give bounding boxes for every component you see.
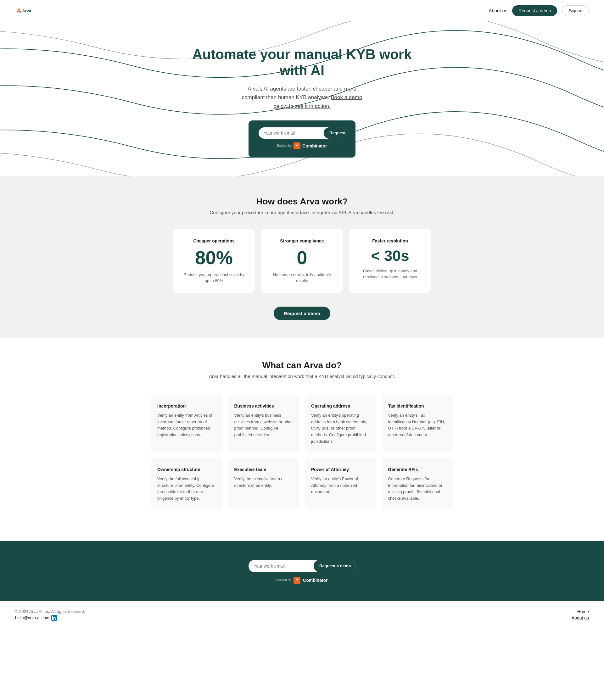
stat-label-cheaper: Cheaper operations xyxy=(182,239,246,243)
nav-right: About us Request a demo Sign in xyxy=(488,5,589,16)
feature-title-poa: Power of Attorney xyxy=(311,467,370,472)
feature-poa: Power of Attorney Verify an entity's Pow… xyxy=(305,458,376,509)
arva-logo-svg: Arva xyxy=(15,6,34,16)
navbar: Arva About us Request a demo Sign in xyxy=(0,0,604,21)
bottom-demo-button[interactable]: Request a demo xyxy=(314,560,356,572)
bottom-yc-name: Combinator xyxy=(303,578,328,583)
stat-num-faster: < 30s xyxy=(358,248,422,264)
feature-business: Business activities Verify an entity's b… xyxy=(228,395,299,452)
stat-desc-cheaper: Reduce your operational costs by up to 8… xyxy=(182,272,246,284)
yc-badge: Backed by Y Combinator xyxy=(259,143,345,149)
feature-title-incorporation: Incorporation xyxy=(157,403,216,408)
hero-email-input[interactable] xyxy=(259,127,324,139)
footer-email[interactable]: hello@arva-ai.com xyxy=(15,616,49,620)
feature-address: Operating address Verify an entity's ope… xyxy=(305,395,376,452)
stat-card-faster: Faster resolution < 30s Cases picked up … xyxy=(349,229,431,293)
yc-logo: Y xyxy=(293,143,300,149)
hero-demo-button[interactable]: Request a demo xyxy=(324,127,345,139)
feature-title-rfi: Generate RFIs xyxy=(388,467,447,472)
feature-title-ownership: Ownership structure xyxy=(157,467,216,472)
feature-desc-address: Verify an entity's operating address fro… xyxy=(311,412,370,445)
what-subtitle: Arva handles all the manual intervention… xyxy=(7,374,597,379)
stats-cards-row: Cheaper operations 80% Reduce your opera… xyxy=(161,229,443,293)
feature-title-tax: Tax Identification xyxy=(388,403,447,408)
stat-num-compliance: 0 xyxy=(270,248,334,267)
footer-copyright: © 2024 Arva AI Inc. All rights reserved. xyxy=(15,609,85,614)
feature-rfi: Generate RFIs Generate Requests for Info… xyxy=(382,458,453,509)
feature-title-business: Business activities xyxy=(234,403,293,408)
feature-desc-tax: Verify an entity's Tax Identification Nu… xyxy=(388,412,447,439)
feature-desc-poa: Verify an entity's Power of Attorney fro… xyxy=(311,476,370,495)
feature-executive: Executive team Verify the executive team… xyxy=(228,458,299,509)
linkedin-svg xyxy=(52,616,56,620)
footer-left: © 2024 Arva AI Inc. All rights reserved.… xyxy=(15,609,85,621)
svg-text:Arva: Arva xyxy=(22,8,31,13)
stat-desc-compliance: No human errors, fully auditable results xyxy=(270,272,334,284)
footer-home-link[interactable]: Home xyxy=(577,609,589,614)
how-section: How does Arva work? Configure your proce… xyxy=(0,176,604,338)
footer-about-link[interactable]: About us xyxy=(572,616,589,621)
feature-desc-executive: Verify the executive team / directors of… xyxy=(234,476,293,489)
stat-card-cheaper: Cheaper operations 80% Reduce your opera… xyxy=(173,229,255,293)
feature-desc-ownership: Verify the full ownership structure of a… xyxy=(157,476,216,502)
what-heading: What can Arva do? xyxy=(7,360,597,371)
hero-form-row: Request a demo xyxy=(259,127,345,139)
footer-right: Home About us xyxy=(572,609,589,621)
bottom-yc-badge: Backed by Y Combinator xyxy=(7,577,597,584)
nav-demo-button[interactable]: Request a demo xyxy=(512,5,557,16)
hero-section: Automate your manual KYB work with AI Ar… xyxy=(0,21,604,176)
nav-signin-button[interactable]: Sign in xyxy=(562,5,589,16)
bottom-yc-backed-label: Backed by xyxy=(276,578,291,582)
hero-description: Arva's AI agents are faster, cheaper and… xyxy=(236,84,368,110)
stat-num-cheaper: 80% xyxy=(182,248,246,267)
feature-incorporation: Incorporation Verify an entity from Arti… xyxy=(151,395,222,452)
about-link[interactable]: About us xyxy=(488,8,507,13)
bottom-email-input[interactable] xyxy=(248,560,314,572)
stat-label-faster: Faster resolution xyxy=(358,239,422,243)
yc-name: Combinator xyxy=(302,143,327,148)
yc-backed-label: Backed by xyxy=(277,144,292,148)
linkedin-icon[interactable] xyxy=(51,615,57,621)
hero-form-box: Request a demo Backed by Y Combinator xyxy=(248,121,356,157)
feature-title-executive: Executive team xyxy=(234,467,293,472)
stat-desc-faster: Cases picked up instantly and resolved i… xyxy=(358,268,422,280)
how-subtitle: Configure your procedure in our agent in… xyxy=(7,210,597,215)
stat-card-compliance: Stronger compliance 0 No human errors, f… xyxy=(261,229,343,293)
feature-desc-incorporation: Verify an entity from Articles of Incorp… xyxy=(157,412,216,439)
feature-tax: Tax Identification Verify an entity's Ta… xyxy=(382,395,453,452)
feature-title-address: Operating address xyxy=(311,403,370,408)
bottom-form-row: Request a demo xyxy=(248,560,356,572)
footer: © 2024 Arva AI Inc. All rights reserved.… xyxy=(0,601,604,628)
feature-ownership: Ownership structure Verify the full owne… xyxy=(151,458,222,509)
hero-heading: Automate your manual KYB work with AI xyxy=(192,47,412,78)
what-section: What can Arva do? Arva handles all the m… xyxy=(0,338,604,541)
logo[interactable]: Arva xyxy=(15,6,34,16)
bottom-cta-section: Request a demo Backed by Y Combinator xyxy=(0,541,604,601)
bottom-yc-logo: Y xyxy=(293,577,300,584)
feature-desc-business: Verify an entity's business activities f… xyxy=(234,412,293,439)
feature-desc-rfi: Generate Requests for Information for mi… xyxy=(388,476,447,502)
how-demo-button[interactable]: Request a demo xyxy=(274,307,330,320)
features-grid: Incorporation Verify an entity from Arti… xyxy=(151,395,453,509)
stat-label-compliance: Stronger compliance xyxy=(270,239,334,243)
how-heading: How does Arva work? xyxy=(7,197,597,207)
